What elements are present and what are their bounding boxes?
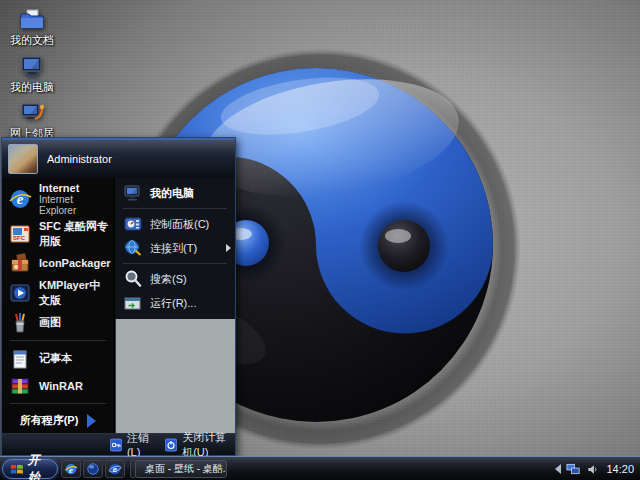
start-menu-item-sfc[interactable]: SFC SFC 桌酷网专用版	[2, 217, 114, 250]
quick-launch-internet-explorer[interactable]: e	[61, 460, 81, 478]
start-menu-item-connect-to[interactable]: 连接到(T)	[115, 236, 235, 260]
sfc-icon: SFC	[8, 222, 32, 246]
search-icon	[123, 269, 143, 289]
svg-text:e: e	[113, 465, 118, 474]
item-label: 控制面板(C)	[150, 217, 209, 232]
item-label: 记事本	[39, 351, 72, 366]
start-menu-item-internet[interactable]: e Internet Internet Explorer	[2, 181, 114, 217]
item-label: 画图	[39, 315, 61, 330]
separator	[123, 208, 227, 209]
desktop-icon-label: 我的电脑	[8, 81, 56, 93]
speaker-icon[interactable]	[586, 463, 599, 476]
start-menu-item-iconpackager[interactable]: IconPackager	[2, 250, 114, 277]
hide-icons-chevron-icon[interactable]	[555, 464, 561, 474]
winrar-icon	[8, 374, 32, 398]
log-off-button[interactable]: 注销(L)	[110, 431, 153, 458]
desktop-icon-my-computer[interactable]: 我的电脑	[2, 53, 62, 93]
start-menu: Administrator e Internet Internet Explor…	[1, 137, 236, 456]
desktop-icon-label: 我的文档	[8, 34, 56, 46]
taskbar-clock[interactable]: 14:20	[606, 463, 634, 475]
start-menu-header: Administrator	[2, 138, 235, 178]
start-menu-item-my-computer[interactable]: 我的电脑	[115, 181, 235, 205]
task-button-label: 桌面 - 壁纸 - 桌酷...	[145, 462, 227, 476]
desktop: 我的文档 我的电脑 网上邻居 Administrator	[0, 0, 640, 480]
windows-logo-icon	[10, 462, 24, 477]
separator	[123, 263, 227, 264]
log-off-key-icon	[110, 437, 122, 453]
svg-text:SFC: SFC	[13, 235, 26, 241]
item-label: 连接到(T)	[150, 241, 197, 256]
internet-icon: e	[108, 462, 122, 476]
desktop-icon-my-documents[interactable]: 我的文档	[2, 6, 62, 46]
taskbar: 开始 e e	[0, 456, 640, 480]
shut-down-button[interactable]: 关闭计算机(U)	[165, 430, 235, 460]
network-icon[interactable]	[566, 462, 581, 476]
internet-explorer-icon: e	[64, 462, 78, 476]
power-icon	[165, 437, 177, 453]
user-avatar	[8, 144, 38, 174]
item-label: SFC 桌酷网专用版	[39, 219, 111, 249]
connect-to-icon	[123, 238, 143, 258]
quick-launch-browser-orb[interactable]	[83, 460, 103, 478]
start-menu-right-empty-panel	[115, 319, 235, 433]
start-button[interactable]: 开始	[2, 459, 58, 479]
system-tray: 14:20	[547, 458, 640, 480]
my-computer-icon	[123, 183, 143, 203]
quick-launch-internet[interactable]: e	[105, 460, 125, 478]
internet-explorer-icon: e	[8, 187, 32, 211]
start-menu-pinned-column: e Internet Internet Explorer SFC	[2, 178, 115, 433]
run-icon	[123, 293, 143, 313]
start-menu-item-notepad[interactable]: 记事本	[2, 345, 114, 372]
item-label: 搜索(S)	[150, 272, 187, 287]
item-label: Internet Internet Explorer	[39, 182, 111, 216]
quick-launch: e e	[61, 460, 136, 478]
all-programs-arrow-icon	[87, 414, 96, 428]
start-menu-item-search[interactable]: 搜索(S)	[115, 267, 235, 291]
start-menu-places-column: 我的电脑 控制面板(C)	[115, 178, 235, 433]
item-label: WinRAR	[39, 380, 83, 392]
start-menu-item-run[interactable]: 运行(R)...	[115, 291, 235, 315]
separator	[10, 340, 106, 341]
start-menu-item-winrar[interactable]: WinRAR	[2, 372, 114, 399]
iconpackager-icon	[8, 251, 32, 275]
desktop-icon-network-places[interactable]: 网上邻居	[2, 99, 62, 139]
network-places-icon	[19, 99, 45, 125]
taskbar-task-button[interactable]: 桌面 - 壁纸 - 桌酷...	[135, 460, 227, 478]
start-menu-item-kmplayer[interactable]: KMPlayer中文版	[2, 277, 114, 310]
svg-text:e: e	[17, 191, 24, 207]
all-programs-button[interactable]: 所有程序(P)	[2, 408, 114, 433]
kmplayer-icon	[8, 281, 32, 305]
blue-orb-icon	[86, 462, 100, 476]
shut-down-label: 关闭计算机(U)	[182, 430, 235, 460]
separator	[10, 403, 106, 404]
svg-text:e: e	[69, 465, 73, 475]
control-panel-icon	[123, 214, 143, 234]
submenu-arrow-icon	[226, 244, 231, 252]
my-documents-icon	[19, 6, 45, 32]
paint-icon	[8, 311, 32, 335]
start-menu-item-control-panel[interactable]: 控制面板(C)	[115, 212, 235, 236]
item-label: IconPackager	[39, 257, 111, 269]
all-programs-label: 所有程序(P)	[20, 413, 79, 428]
start-button-label: 开始	[28, 452, 50, 480]
item-label: KMPlayer中文版	[39, 278, 111, 308]
log-off-label: 注销(L)	[127, 431, 153, 458]
user-name: Administrator	[47, 153, 112, 165]
item-label: 我的电脑	[150, 186, 194, 201]
start-menu-item-paint[interactable]: 画图	[2, 309, 114, 336]
my-computer-icon	[19, 53, 45, 79]
item-label: 运行(R)...	[150, 296, 196, 311]
notepad-icon	[8, 347, 32, 371]
